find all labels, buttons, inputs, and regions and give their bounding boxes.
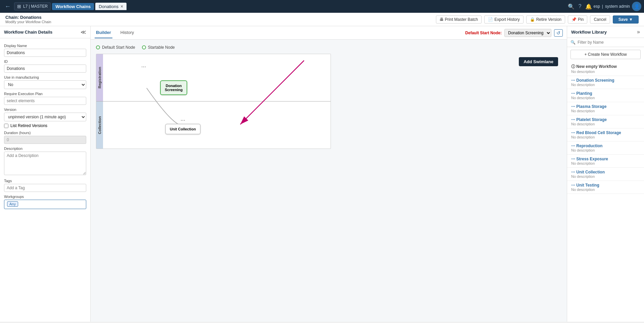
workflow-name-label: ⋯ Reproduction [571, 144, 640, 148]
startable-node-legend-label: Startable Node [148, 45, 175, 50]
workflow-name-label: ⋯ Unit Testing [571, 183, 640, 188]
cancel-button[interactable]: Cancel [590, 15, 610, 24]
list-retired-checkbox[interactable] [4, 124, 8, 128]
workflow-desc-label: No description [571, 96, 640, 100]
print-master-batch-button[interactable]: 🖶 Print Master Batch [436, 15, 482, 24]
add-swimlane-button[interactable]: Add Swimlane [519, 57, 558, 66]
new-empty-workflow-label: ⓘ New empty Workflow [571, 64, 640, 70]
right-panel-collapse-button[interactable]: » [637, 29, 640, 35]
bell-icon[interactable]: 🔔 [585, 3, 592, 10]
workflow-library-item[interactable]: ⋯ Plasma StorageNo description [567, 102, 644, 115]
top-navigation: ← ⊞ L7 | MASTER Workflow Chains Donation… [0, 0, 644, 13]
swimlane-canvas: Registration ⋯ DonationScreening [96, 54, 331, 149]
node-legend: Default Start Node Startable Node [96, 45, 561, 50]
unit-collection-label: Unit Collection [170, 127, 196, 131]
donation-screening-node[interactable]: DonationScreening [160, 80, 187, 95]
swimlane-collection: Collection ⋯ Unit Collectio [96, 102, 331, 149]
donations-nav-tab[interactable]: Donations × [95, 3, 127, 10]
print-icon: 🖶 [440, 17, 444, 22]
connector-svg [103, 102, 331, 149]
header-actions: 🖶 Print Master Batch 📄 Export History 🔒 … [436, 15, 639, 24]
filter-input[interactable] [578, 40, 641, 45]
left-panel-title: Workflow Chain Details [4, 30, 52, 35]
version-label: Version [4, 108, 86, 112]
workflow-name-label: ⋯ Red Blood Cell Storage [571, 130, 640, 135]
main-layout: Workflow Chain Details ≪ Display Name ID… [0, 26, 644, 322]
workflow-library-item[interactable]: ⋯ Unit TestingNo description [567, 181, 644, 194]
require-execution-label: Require Execution Plan [4, 92, 86, 96]
app-instance-label: L7 | MASTER [23, 4, 48, 9]
default-start-node-row: Default Start Node: Donation Screening ↺ [465, 29, 563, 37]
pin-button[interactable]: 📌 Pin [568, 15, 587, 24]
id-label: ID [4, 59, 86, 64]
help-icon[interactable]: ? [579, 3, 582, 9]
workflow-desc-label: No description [571, 135, 640, 139]
refresh-button[interactable]: ↺ [554, 29, 563, 37]
use-in-manufacturing-select[interactable]: No Yes [4, 80, 86, 89]
default-start-node-label: Default Start Node: [465, 31, 502, 35]
use-in-manufacturing-label: Use in manufacturing [4, 75, 86, 79]
swimlane-registration: Registration ⋯ DonationScreening [96, 54, 331, 102]
pin-icon: 📌 [572, 17, 577, 22]
description-textarea[interactable] [4, 152, 86, 175]
create-new-workflow-button[interactable]: + Create New Workflow [571, 50, 641, 59]
workflow-desc-label: No description [571, 109, 640, 113]
workflow-library-item[interactable]: ⋯ Donation ScreeningNo description [567, 76, 644, 89]
workflow-desc-label: No description [571, 148, 640, 152]
tags-label: Tags [4, 179, 86, 183]
default-start-node-select[interactable]: Donation Screening [504, 29, 551, 37]
retire-version-button[interactable]: 🔒 Retire Version [526, 15, 565, 24]
workflow-library-item[interactable]: ⋯ Red Blood Cell StorageNo description [567, 128, 644, 142]
workflow-library-item[interactable]: ⋯ Stress ExposureNo description [567, 155, 644, 168]
avatar[interactable]: 👤 [632, 2, 641, 11]
workflow-library-item[interactable]: ⋯ ReproductionNo description [567, 142, 644, 155]
close-tab-button[interactable]: × [120, 4, 123, 9]
workgroups-area[interactable]: Any [4, 200, 86, 209]
tab-history[interactable]: History [119, 27, 135, 38]
left-panel-collapse-button[interactable]: ≪ [81, 29, 86, 35]
workflow-chains-tab[interactable]: Workflow Chains [52, 3, 94, 10]
workflow-chain-form: Display Name ID Use in manufacturing No … [0, 38, 90, 212]
require-execution-input[interactable] [4, 97, 86, 105]
user-name: system admin [605, 4, 630, 9]
workflow-library-item[interactable]: ⓘ New empty WorkflowNo description [567, 62, 644, 76]
default-node-dot [96, 45, 100, 49]
search-icon[interactable]: 🔍 [568, 3, 575, 10]
workflow-library-item[interactable]: ⋯ Platelet StorageNo description [567, 115, 644, 128]
id-input[interactable] [4, 65, 86, 73]
workflow-library-item[interactable]: ⋯ Unit CollectionNo description [567, 168, 644, 181]
donation-screening-label: DonationScreening [165, 84, 183, 92]
right-panel-title: Workflow Library [571, 30, 607, 35]
duration-label: Duration (hours) [4, 131, 86, 135]
workflow-library-item[interactable]: ⋯ PlantingNo description [567, 89, 644, 102]
back-button[interactable]: ← [3, 2, 13, 11]
display-name-input[interactable] [4, 49, 86, 57]
filter-row: 🔍 [567, 38, 644, 47]
new-empty-workflow-desc: No description [571, 70, 640, 74]
tab-builder[interactable]: Builder [95, 27, 112, 38]
workgroup-any-tag: Any [7, 201, 18, 207]
tags-input[interactable] [4, 184, 86, 192]
canvas-area: Default Start Node Startable Node Add Sw… [91, 40, 567, 322]
export-icon: 📄 [488, 17, 493, 22]
workflow-desc-label: No description [571, 161, 640, 165]
default-node-legend-label: Default Start Node [102, 45, 135, 50]
workflow-name-label: ⋯ Planting [571, 91, 640, 96]
workgroups-label: Workgroups [4, 195, 86, 199]
unit-collection-menu-dots[interactable]: ⋯ [165, 118, 201, 123]
default-node-legend: Default Start Node [96, 45, 135, 50]
unit-collection-node[interactable]: Unit Collection [165, 124, 201, 134]
save-button[interactable]: Save ▼ [613, 15, 639, 24]
version-select[interactable]: unpinned version (1 minute ago) [4, 113, 86, 121]
lock-icon: 🔒 [530, 17, 535, 22]
right-panel: Workflow Library » 🔍 + Create New Workfl… [567, 26, 644, 322]
duration-input[interactable] [4, 136, 86, 144]
swimlane-collection-label: Collection [96, 102, 103, 149]
workflow-name-label: ⋯ Donation Screening [571, 78, 640, 83]
display-name-label: Display Name [4, 44, 86, 48]
filter-icon: 🔍 [571, 40, 576, 45]
export-history-button[interactable]: 📄 Export History [484, 15, 523, 24]
donation-screening-menu-dots[interactable]: ⋯ [130, 64, 157, 70]
swimlane-registration-content: ⋯ DonationScreening [103, 54, 331, 101]
grid-icon: ⊞ [17, 4, 21, 9]
